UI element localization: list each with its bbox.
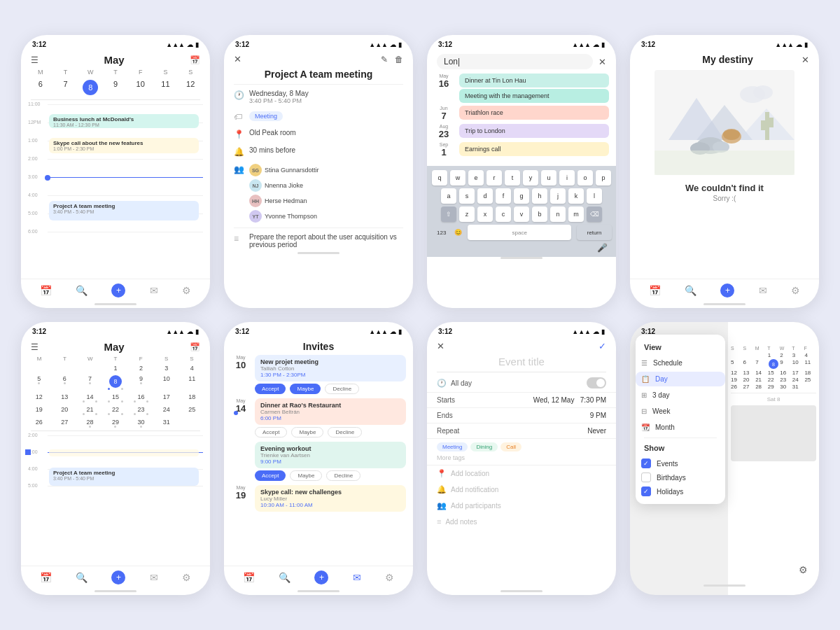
- cal-cell-31[interactable]: 31: [154, 417, 178, 429]
- time-scroll[interactable]: 11:00 12PM 1:00 2:00 3:00 4:00 5:00 6:00: [21, 102, 210, 279]
- key-shift[interactable]: ⇧: [441, 206, 456, 222]
- cal-cell-19[interactable]: 19: [27, 405, 51, 416]
- nav-inbox-icon[interactable]: ✉: [150, 285, 158, 296]
- nav-search-icon-6[interactable]: 🔍: [279, 572, 290, 583]
- key-s[interactable]: s: [459, 188, 475, 204]
- cal-cell-28[interactable]: 28: [78, 417, 102, 429]
- btn-accept-3[interactable]: Accept: [255, 470, 286, 481]
- result-event-5[interactable]: Earnings call: [459, 142, 609, 156]
- show-birthdays[interactable]: Birthdays: [636, 470, 725, 484]
- event-tag[interactable]: Meeting: [249, 111, 283, 121]
- invite-card-2[interactable]: Dinner at Rao's Restaurant Carmen Beltrá…: [255, 398, 406, 425]
- key-u[interactable]: u: [541, 170, 556, 186]
- key-t[interactable]: t: [505, 170, 520, 186]
- btn-maybe-1[interactable]: Maybe: [290, 384, 321, 394]
- key-return[interactable]: return: [577, 225, 612, 240]
- key-n[interactable]: n: [550, 206, 566, 222]
- nav-inbox-icon-6[interactable]: ✉: [353, 572, 361, 583]
- btn-decline-1[interactable]: Decline: [325, 384, 359, 394]
- wn-0[interactable]: 6: [28, 78, 53, 97]
- result-event-4[interactable]: Trip to London: [459, 124, 609, 138]
- birthdays-checkbox[interactable]: [641, 472, 651, 482]
- key-o[interactable]: o: [578, 170, 593, 186]
- key-p[interactable]: p: [596, 170, 611, 186]
- nav-settings-icon-4[interactable]: ⚙: [791, 285, 800, 296]
- nav-inbox-icon-5[interactable]: ✉: [150, 572, 158, 583]
- repeat-row[interactable]: Repeat Never: [427, 424, 616, 439]
- btn-accept-1[interactable]: Accept: [255, 384, 286, 394]
- wn-4[interactable]: 10: [128, 78, 153, 97]
- cal-cell-20[interactable]: 20: [52, 405, 76, 416]
- cal-cell-17[interactable]: 17: [154, 392, 178, 404]
- cal-cell-23[interactable]: 23: [129, 405, 153, 416]
- key-c[interactable]: c: [496, 206, 511, 222]
- cal-cell-10[interactable]: 10: [154, 374, 178, 391]
- event-skype[interactable]: Skype call about the new features 1:00 P…: [49, 138, 199, 153]
- nav-cal-icon-4[interactable]: 📅: [649, 285, 661, 296]
- nav-add-icon-6[interactable]: +: [314, 570, 328, 584]
- nav-cal-icon-6[interactable]: 📅: [243, 572, 255, 583]
- add-notes-row[interactable]: ≡ Add notes: [427, 514, 616, 529]
- invite-card-1[interactable]: New projet meeting Talliah Cotton 1:30 P…: [255, 355, 406, 382]
- btn-maybe-2[interactable]: Maybe: [291, 427, 323, 438]
- event-meeting-5[interactable]: Project A team meeting 3:40 PM - 5:40 PM: [49, 468, 199, 486]
- nav-search-icon-4[interactable]: 🔍: [685, 285, 696, 296]
- cal-cell-5[interactable]: 5: [27, 374, 51, 391]
- add-location-row[interactable]: 📍 Add location: [427, 465, 616, 482]
- view-option-3day[interactable]: ⊞ 3 day: [636, 388, 725, 402]
- key-e[interactable]: e: [468, 170, 484, 186]
- nav-calendar-icon[interactable]: 📅: [40, 285, 52, 296]
- key-q[interactable]: q: [432, 170, 447, 186]
- ends-row[interactable]: Ends 9 PM: [427, 408, 616, 424]
- wn-3[interactable]: 9: [103, 78, 128, 97]
- key-l[interactable]: l: [587, 188, 602, 204]
- btn-maybe-3[interactable]: Maybe: [290, 470, 322, 481]
- key-f[interactable]: f: [496, 188, 511, 204]
- key-h[interactable]: h: [532, 188, 547, 204]
- nav-settings-icon-6[interactable]: ⚙: [385, 572, 394, 583]
- key-z[interactable]: z: [459, 206, 475, 222]
- key-r[interactable]: r: [486, 170, 502, 186]
- calendar-icon[interactable]: 📅: [190, 55, 200, 65]
- cal-cell-18[interactable]: 18: [180, 392, 204, 404]
- menu-icon-5[interactable]: ☰: [31, 342, 38, 352]
- events-checkbox[interactable]: ✓: [641, 458, 651, 468]
- more-tags-label[interactable]: More tags: [437, 454, 606, 461]
- wn-1[interactable]: 7: [53, 78, 78, 97]
- cal-cell-26[interactable]: 26: [27, 417, 51, 429]
- cal-cell-13[interactable]: 13: [52, 392, 76, 404]
- cal-cell-6[interactable]: 6: [52, 374, 76, 391]
- holidays-checkbox[interactable]: ✓: [641, 486, 651, 496]
- key-v[interactable]: v: [514, 206, 529, 222]
- cal-cell-1[interactable]: 1: [103, 363, 127, 373]
- key-123[interactable]: 123: [431, 227, 451, 238]
- cal-cell-27[interactable]: 27: [52, 417, 76, 429]
- cal-cell-25[interactable]: 25: [180, 405, 204, 416]
- key-i[interactable]: i: [559, 170, 575, 186]
- result-event-2[interactable]: Meeting with the management: [459, 89, 609, 103]
- cal-cell-12[interactable]: 12: [27, 392, 51, 404]
- cal-cell-7[interactable]: 7: [78, 374, 102, 391]
- nav-cal-icon-5[interactable]: 📅: [40, 572, 52, 583]
- nav-settings-icon[interactable]: ⚙: [182, 285, 191, 296]
- cal-cell-21[interactable]: 21: [78, 405, 102, 416]
- key-x[interactable]: x: [477, 206, 493, 222]
- nav-add-icon[interactable]: +: [111, 284, 125, 298]
- key-k[interactable]: k: [568, 188, 584, 204]
- key-j[interactable]: j: [550, 188, 566, 204]
- nav-search-icon[interactable]: 🔍: [76, 285, 88, 296]
- cal-cell-8-today[interactable]: 8: [103, 374, 127, 391]
- mic-icon[interactable]: 🎤: [597, 243, 608, 253]
- key-a[interactable]: a: [441, 188, 456, 204]
- show-holidays[interactable]: ✓ Holidays: [636, 484, 725, 498]
- cal-cell-3[interactable]: 3: [154, 363, 178, 373]
- wn-5[interactable]: 11: [153, 78, 178, 97]
- view-option-day[interactable]: 📋 Day: [636, 372, 725, 386]
- key-g[interactable]: g: [514, 188, 529, 204]
- search-input[interactable]: Lon|: [437, 54, 593, 69]
- cal-cell-22[interactable]: 22: [103, 405, 127, 416]
- btn-decline-3[interactable]: Decline: [326, 470, 360, 481]
- invite-card-4[interactable]: Skype call: new challenges Lucy Miller 1…: [255, 485, 406, 512]
- search-close-icon[interactable]: ✕: [598, 57, 606, 67]
- btn-accept-2[interactable]: Accept: [255, 427, 287, 438]
